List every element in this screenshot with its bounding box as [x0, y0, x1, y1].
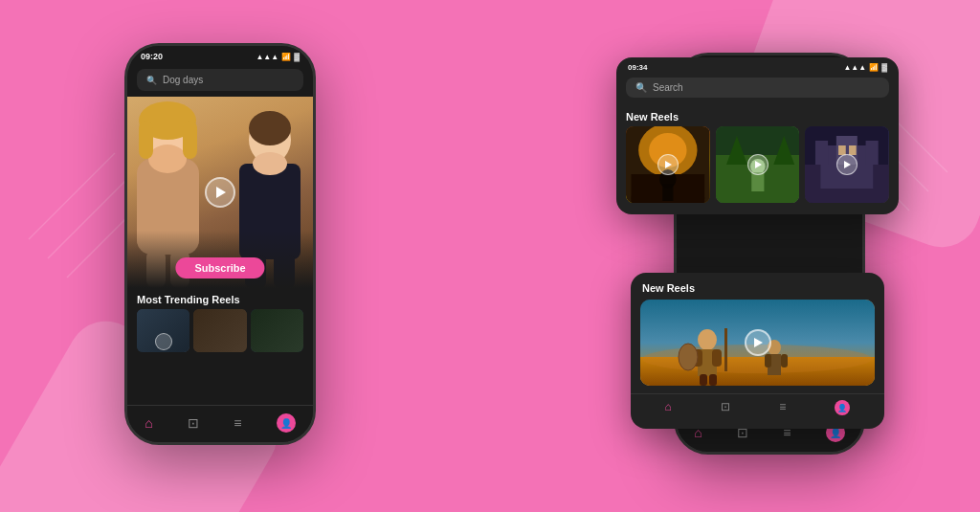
panel-battery: ▓: [881, 63, 887, 72]
battery-icon: ▓: [294, 53, 300, 61]
svg-rect-51: [724, 328, 727, 371]
panel-nav-home[interactable]: ⌂: [665, 400, 672, 415]
panel-bottom: New Reels: [631, 273, 884, 429]
svg-rect-12: [139, 121, 153, 159]
thumb-1[interactable]: [137, 309, 189, 352]
panel-top-reels-grid: [616, 126, 899, 203]
panel-top-time: 09:34: [628, 63, 647, 72]
left-section-title: Most Trending Reels: [127, 288, 313, 309]
panel-signal: ▲▲▲: [843, 63, 866, 72]
subscribe-button[interactable]: Subscribe: [175, 257, 264, 278]
svg-rect-40: [849, 145, 857, 155]
panel-bottom-nav: ⌂ ⊡ ≡ 👤: [631, 393, 884, 417]
panel-nav-menu[interactable]: ≡: [779, 400, 786, 415]
panel-nav-video[interactable]: ⊡: [721, 400, 730, 415]
reel-thumb-2[interactable]: [716, 126, 800, 203]
left-nav-menu[interactable]: ≡: [234, 415, 241, 431]
panel-top: 09:34 ▲▲▲ 📶 ▓ 🔍 Search New Reels: [616, 57, 899, 214]
svg-rect-37: [866, 141, 879, 165]
svg-point-44: [698, 329, 717, 350]
signal-icon: ▲▲▲: [256, 53, 278, 61]
left-nav-video[interactable]: ⊡: [188, 415, 199, 431]
left-nav-home[interactable]: ⌂: [145, 415, 152, 431]
svg-rect-55: [781, 354, 788, 367]
left-bottom-nav: ⌂ ⊡ ≡ 👤: [127, 405, 313, 442]
svg-rect-36: [815, 141, 828, 165]
svg-rect-32: [751, 172, 764, 191]
panel-top-title: New Reels: [616, 105, 899, 126]
left-search-bar[interactable]: 🔍 Dog days: [137, 69, 303, 91]
svg-point-16: [253, 152, 287, 175]
panel-search-icon: 🔍: [635, 82, 647, 93]
reel-thumb-1[interactable]: [626, 126, 710, 203]
left-hero-area: Subscribe: [127, 97, 313, 288]
reel-thumb-3[interactable]: [805, 126, 889, 203]
svg-rect-13: [183, 121, 197, 159]
thumb-3[interactable]: [251, 309, 303, 352]
reel-1-play[interactable]: [657, 154, 679, 175]
reel-3-play[interactable]: [836, 154, 858, 175]
svg-point-8: [148, 145, 187, 173]
svg-rect-47: [712, 349, 722, 367]
svg-rect-54: [765, 354, 771, 367]
panel-search-text: Search: [653, 82, 683, 93]
left-time: 09:20: [141, 52, 163, 61]
panel-bottom-play[interactable]: [745, 329, 771, 356]
left-search-text: Dog days: [163, 75, 203, 85]
panel-search-bar[interactable]: 🔍 Search: [626, 78, 889, 98]
thumb-2[interactable]: [193, 309, 246, 352]
left-thumbnails-row: [127, 309, 313, 352]
svg-rect-49: [709, 374, 717, 386]
left-status-bar: 09:20 ▲▲▲ 📶 ▓: [127, 46, 313, 63]
panel-wifi: 📶: [869, 63, 879, 72]
svg-point-50: [679, 344, 698, 370]
panel-bottom-big-reel[interactable]: [640, 300, 875, 386]
left-status-icons: ▲▲▲ 📶 ▓: [256, 53, 300, 61]
wifi-icon: 📶: [281, 53, 291, 61]
search-icon: 🔍: [146, 76, 157, 85]
left-nav-profile[interactable]: 👤: [277, 413, 296, 433]
svg-rect-26: [662, 184, 673, 201]
panel-top-status: 09:34 ▲▲▲ 📶 ▓: [616, 57, 899, 74]
reel-2-play[interactable]: [747, 154, 768, 175]
svg-rect-48: [700, 374, 707, 386]
panel-nav-profile[interactable]: 👤: [835, 400, 850, 415]
svg-point-19: [249, 111, 291, 145]
left-play-button[interactable]: [205, 177, 235, 208]
phone-left: 09:20 ▲▲▲ 📶 ▓ 🔍 Dog days: [124, 43, 316, 445]
panel-bottom-title: New Reels: [631, 273, 884, 300]
